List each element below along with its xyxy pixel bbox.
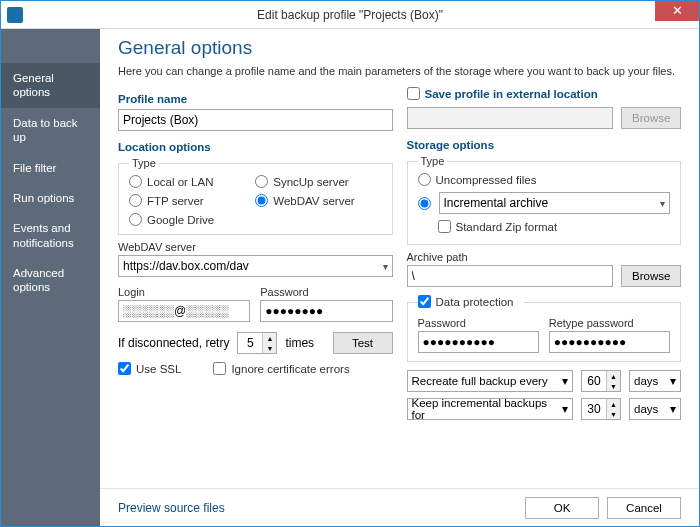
storage-options-label: Storage options (407, 139, 682, 151)
page-description: Here you can change a profile name and t… (118, 65, 681, 77)
password-input[interactable] (260, 300, 392, 322)
save-profile-path-input (407, 107, 614, 129)
window-title: Edit backup profile "Projects (Box)" (1, 8, 699, 22)
archive-browse-button[interactable]: Browse (621, 265, 681, 287)
password-label: Password (260, 286, 392, 298)
data-protection-checkbox[interactable]: Data protection (418, 295, 514, 308)
save-profile-external-checkbox[interactable]: Save profile in external location (407, 87, 598, 100)
location-options-label: Location options (118, 141, 393, 153)
use-ssl-checkbox[interactable]: Use SSL (118, 362, 181, 375)
sidebar-item-run-options[interactable]: Run options (1, 183, 100, 213)
cancel-button[interactable]: Cancel (607, 497, 681, 519)
keep-select[interactable]: Keep incremental backups for ▾ (407, 398, 574, 420)
chevron-down-icon: ▾ (562, 402, 568, 416)
incremental-combo[interactable]: Incremental archive ▾ (439, 192, 671, 214)
retry-value[interactable] (238, 333, 262, 353)
location-type-legend: Type (129, 157, 159, 169)
close-button[interactable]: ✕ (655, 1, 699, 21)
titlebar[interactable]: Edit backup profile "Projects (Box)" ✕ (1, 1, 699, 29)
spinner-up-icon[interactable]: ▲ (607, 371, 620, 381)
spinner-down-icon[interactable]: ▼ (607, 381, 620, 391)
webdav-server-combo[interactable]: https://dav.box.com/dav ▾ (118, 255, 393, 277)
dp-retype-label: Retype password (549, 317, 670, 329)
dp-password-label: Password (418, 317, 539, 329)
test-button[interactable]: Test (333, 332, 393, 354)
profile-name-input[interactable] (118, 109, 393, 131)
location-type-fieldset: Type Local or LAN SyncUp server FTP serv… (118, 157, 393, 235)
sidebar-item-events-notifications[interactable]: Events and notifications (1, 213, 100, 258)
sidebar-item-file-filter[interactable]: File filter (1, 153, 100, 183)
login-input[interactable] (118, 300, 250, 322)
archive-path-input[interactable] (407, 265, 614, 287)
footer: Preview source files OK Cancel (100, 488, 699, 526)
sidebar-item-general-options[interactable]: General options (1, 63, 100, 108)
retry-suffix: times (285, 336, 314, 350)
radio-incremental[interactable] (418, 197, 431, 210)
spinner-down-icon[interactable]: ▼ (607, 409, 620, 419)
spinner-down-icon[interactable]: ▼ (263, 343, 276, 353)
chevron-down-icon: ▾ (670, 374, 676, 388)
radio-ftp[interactable]: FTP server (129, 194, 245, 207)
save-profile-browse-button: Browse (621, 107, 681, 129)
recreate-unit-select[interactable]: days ▾ (629, 370, 681, 392)
retry-prefix: If disconnected, retry (118, 336, 229, 350)
sidebar-item-advanced-options[interactable]: Advanced options (1, 258, 100, 303)
radio-google-drive[interactable]: Google Drive (129, 213, 245, 226)
retry-spinner[interactable]: ▲▼ (237, 332, 277, 354)
recreate-spinner[interactable]: ▲▼ (581, 370, 621, 392)
dp-password-input[interactable] (418, 331, 539, 353)
preview-source-files-link[interactable]: Preview source files (118, 501, 225, 515)
recreate-value[interactable] (582, 371, 606, 391)
keep-unit-select[interactable]: days ▾ (629, 398, 681, 420)
ignore-cert-checkbox[interactable]: Ignore certificate errors (213, 362, 349, 375)
chevron-down-icon: ▾ (660, 198, 665, 209)
archive-path-label: Archive path (407, 251, 682, 263)
ok-button[interactable]: OK (525, 497, 599, 519)
keep-spinner[interactable]: ▲▼ (581, 398, 621, 420)
storage-type-fieldset: Type Uncompressed files Incremental arch… (407, 155, 682, 245)
radio-webdav[interactable]: WebDAV server (255, 194, 371, 207)
profile-name-label: Profile name (118, 93, 393, 105)
keep-value[interactable] (582, 399, 606, 419)
dp-retype-input[interactable] (549, 331, 670, 353)
recreate-select[interactable]: Recreate full backup every ▾ (407, 370, 574, 392)
sidebar: General options Data to back up File fil… (1, 29, 100, 526)
webdav-server-label: WebDAV server (118, 241, 393, 253)
standard-zip-checkbox[interactable]: Standard Zip format (438, 220, 558, 233)
radio-local-lan[interactable]: Local or LAN (129, 175, 245, 188)
app-icon (7, 7, 23, 23)
storage-type-legend: Type (418, 155, 448, 167)
radio-uncompressed[interactable]: Uncompressed files (418, 173, 661, 186)
chevron-down-icon: ▾ (670, 402, 676, 416)
radio-syncup[interactable]: SyncUp server (255, 175, 371, 188)
chevron-down-icon: ▾ (562, 374, 568, 388)
chevron-down-icon: ▾ (383, 261, 388, 272)
page-title: General options (118, 37, 681, 59)
sidebar-item-data-to-back-up[interactable]: Data to back up (1, 108, 100, 153)
login-label: Login (118, 286, 250, 298)
spinner-up-icon[interactable]: ▲ (607, 399, 620, 409)
data-protection-fieldset: Data protection Password Retype password (407, 295, 682, 362)
spinner-up-icon[interactable]: ▲ (263, 333, 276, 343)
